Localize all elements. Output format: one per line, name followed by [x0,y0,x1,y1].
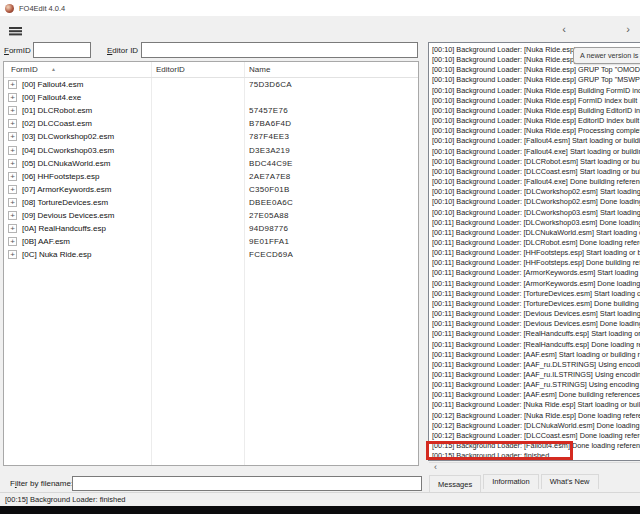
tree-row[interactable]: +[07] ArmorKeywords.esmC350F01B [4,183,418,196]
log-line: [00:10] Background Loader: [Nuka Ride.es… [432,96,640,106]
messages-log-panel[interactable]: [00:10] Background Loader: [Nuka Ride.es… [428,42,640,461]
plugin-crc-name: 94D98776 [249,224,288,233]
formid-label: FormID [4,46,31,55]
log-line: [00:10] Background Loader: [Nuka Ride.es… [432,86,640,96]
plugin-filename: [04] DLCworkshop03.esm [22,146,114,155]
log-line: [00:11] Background Loader: [DLCworkshop0… [432,218,640,228]
plugin-crc-name: FCECD69A [249,250,293,259]
tree-row[interactable]: +[0B] AAF.esm9E01FFA1 [4,235,418,248]
log-line: [00:10] Background Loader: [Nuka Ride.es… [432,116,640,126]
scroll-left-icon[interactable]: ‹ [430,463,441,473]
nav-forward-icon[interactable]: › [622,23,634,35]
bottom-tabs: Messages Information What's New [429,474,601,492]
tree-row[interactable]: +[01] DLCRobot.esm57457E76 [4,104,418,117]
log-line: [00:10] Background Loader: [Fallout4.exe… [432,177,640,187]
plugin-crc-name: 2AE7A7E8 [249,172,291,181]
plugin-filename: [06] HHFootsteps.esp [22,172,99,181]
plugin-crc-name: 27E05A88 [249,211,289,220]
tab-information[interactable]: Information [483,474,539,489]
plugin-filename: [0A] RealHandcuffs.esp [22,224,106,233]
plugin-filename: [08] TortureDevices.esm [22,198,108,207]
log-line: [00:11] Background Loader: [Devious Devi… [432,319,640,329]
editorid-label: Editor ID [107,46,138,55]
plugin-filename: [0B] AAF.esm [22,237,70,246]
plugin-filename: [09] Devious Devices.esm [22,211,114,220]
expand-plus-icon[interactable]: + [8,159,17,168]
log-line: [00:10] Background Loader: [Nuka Ride.es… [432,65,640,75]
plugin-filename: [05] DLCNukaWorld.esm [22,159,110,168]
plugin-filename: [02] DLCCoast.esm [22,119,92,128]
tree-row[interactable]: +[05] DLCNukaWorld.esmBDC44C9E [4,157,418,170]
tree-row[interactable]: +[0C] Nuka Ride.espFCECD69A [4,248,418,261]
log-line: [00:11] Background Loader: [AAF_ru.STRIN… [432,380,640,390]
horizontal-scrollbar[interactable]: ‹ [429,462,640,473]
plugin-crc-name: DBEE0A6C [249,198,293,207]
expand-plus-icon[interactable]: + [8,80,17,89]
expand-plus-icon[interactable]: + [8,93,17,102]
log-line: [00:11] Background Loader: [ArmorKeyword… [432,279,640,289]
bottom-dark-strip [0,506,640,514]
filter-input[interactable] [72,476,422,491]
tree-row[interactable]: +[00] Fallout4.esm75D3D6CA [4,78,418,91]
tree-row[interactable]: +[09] Devious Devices.esm27E05A88 [4,209,418,222]
plugin-filename: [01] DLCRobot.esm [22,106,92,115]
column-header-editorid[interactable]: EditorID [156,65,185,74]
plugin-filename: [00] Fallout4.esm [22,80,83,89]
log-line: [00:11] Background Loader: [HHFootsteps.… [432,258,640,268]
nav-back-icon[interactable]: ‹ [558,23,570,35]
menu-icon[interactable] [9,27,22,29]
tree-row[interactable]: +[00] Fallout4.exe [4,91,418,104]
log-line: [00:10] Background Loader: [Nuka Ride.es… [432,126,640,136]
expand-plus-icon[interactable]: + [8,224,17,233]
plugin-filename: [00] Fallout4.exe [22,93,81,102]
log-line: [00:11] Background Loader: [HHFootsteps.… [432,248,640,258]
tree-row[interactable]: +[08] TortureDevices.esmDBEE0A6C [4,196,418,209]
formid-input[interactable] [33,42,91,58]
expand-plus-icon[interactable]: + [8,237,17,246]
log-line: [00:11] Background Loader: [TortureDevic… [432,289,640,299]
log-line: [00:10] Background Loader: [Fallout4.exe… [432,147,640,157]
log-line: [00:10] Background Loader: [DLCRobot.esm… [432,157,640,167]
annotation-red-box [426,441,573,460]
plugin-crc-name: BDC44C9E [249,159,293,168]
plugin-crc-name: C350F01B [249,185,290,194]
log-line: [00:10] Background Loader: [DLCCoast.esm… [432,167,640,177]
log-line: [00:11] Background Loader: [Devious Devi… [432,309,640,319]
expand-plus-icon[interactable]: + [8,211,17,220]
plugin-filename: [0C] Nuka Ride.esp [22,250,91,259]
log-line: [00:11] Background Loader: [DLCRobot.esm… [432,238,640,248]
expand-plus-icon[interactable]: + [8,250,17,259]
column-header-formid[interactable]: FormID [11,65,38,74]
expand-plus-icon[interactable]: + [8,119,17,128]
log-lines: [00:10] Background Loader: [Nuka Ride.es… [429,43,640,461]
editorid-input[interactable] [141,42,418,58]
log-line: [00:12] Background Loader: [Nuka Ride.es… [432,411,640,421]
tree-row[interactable]: +[04] DLCworkshop03.esmD3E3A219 [4,143,418,156]
expand-plus-icon[interactable]: + [8,106,17,115]
expand-plus-icon[interactable]: + [8,132,17,141]
column-header-name[interactable]: Name [249,65,270,74]
titlebar: FO4Edit 4.0.4 [0,0,640,16]
tree-row[interactable]: +[0A] RealHandcuffs.esp94D98776 [4,222,418,235]
plugin-tree-panel[interactable]: FormID ▲ EditorID Name +[00] Fallout4.es… [3,61,419,466]
tree-header[interactable]: FormID ▲ EditorID Name [4,62,418,78]
expand-plus-icon[interactable]: + [8,198,17,207]
plugin-crc-name: D3E3A219 [249,146,290,155]
log-line: [00:11] Background Loader: [ArmorKeyword… [432,268,640,278]
tree-row[interactable]: +[02] DLCCoast.esmB7BA6F4D [4,117,418,130]
expand-plus-icon[interactable]: + [8,172,17,181]
plugin-crc-name: 787F4EE3 [249,132,289,141]
expand-plus-icon[interactable]: + [8,185,17,194]
tree-row[interactable]: +[06] HHFootsteps.esp2AE7A7E8 [4,170,418,183]
log-line: [00:10] Background Loader: [Nuka Ride.es… [432,75,640,85]
plugin-crc-name: B7BA6F4D [249,119,291,128]
tab-whats-new[interactable]: What's New [541,474,599,489]
log-line: [00:11] Background Loader: [AAF_ru.ILSTR… [432,370,640,380]
expand-plus-icon[interactable]: + [8,146,17,155]
log-line: [00:12] Background Loader: [DLCCoast.esm… [432,431,640,441]
sort-ascending-icon: ▲ [51,66,56,72]
tab-messages[interactable]: Messages [429,475,481,492]
log-line: [00:10] Background Loader: [DLCworkshop0… [432,187,640,197]
log-line: [00:10] Background Loader: [Nuka Ride.es… [432,106,640,116]
tree-row[interactable]: +[03] DLCworkshop02.esm787F4EE3 [4,130,418,143]
